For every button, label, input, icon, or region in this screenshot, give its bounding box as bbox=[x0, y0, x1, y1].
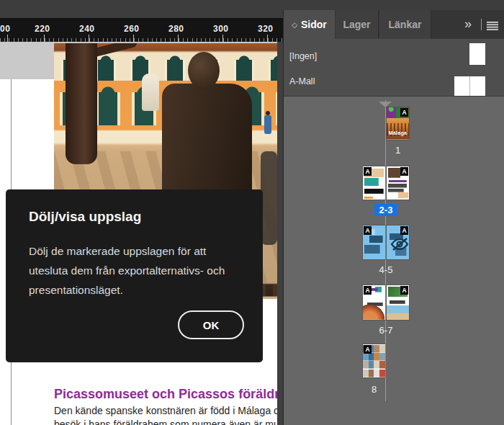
page-thumbnail[interactable]: A bbox=[363, 285, 385, 320]
panel-tab-bar: ◇ Sidor Lager Länkar » bbox=[284, 10, 504, 39]
master-badge: A bbox=[364, 167, 372, 176]
tab-label: Sidor bbox=[301, 19, 327, 30]
master-badge: A bbox=[400, 108, 408, 117]
collapse-panel-icon[interactable]: » bbox=[459, 16, 477, 33]
ruler-number: 240 bbox=[79, 24, 95, 34]
page-thumbnail[interactable]: A bbox=[387, 285, 409, 320]
master-badge: A bbox=[400, 226, 408, 235]
page-label[interactable]: 4-5 bbox=[363, 264, 409, 275]
page-thumbnail[interactable]: A bbox=[387, 166, 409, 200]
tab-label: Länkar bbox=[389, 19, 422, 30]
page-thumbnail[interactable]: A bbox=[363, 225, 385, 259]
picasso-statue-body bbox=[162, 84, 252, 206]
page-thumbnail[interactable]: AMálaga bbox=[387, 107, 409, 140]
hidden-spread-icon bbox=[390, 237, 409, 251]
article-body-line-1: Den kände spanske konstnären är född i M… bbox=[54, 405, 277, 416]
master-row-ingen[interactable]: [Ingen] bbox=[284, 41, 504, 67]
master-badge: A bbox=[364, 286, 372, 295]
page-thumbnail[interactable]: A bbox=[363, 166, 385, 200]
master-thumbnail-single[interactable] bbox=[469, 43, 485, 65]
tab-lager[interactable]: Lager bbox=[336, 10, 379, 39]
article-heading: Picassomuseet och Picassos föräldrahem bbox=[54, 387, 277, 402]
spine-line bbox=[385, 100, 386, 401]
ruler-number: 220 bbox=[35, 24, 50, 34]
ruler-number: 280 bbox=[168, 24, 184, 34]
cover-title: Málaga bbox=[387, 130, 409, 135]
tab-sidor[interactable]: ◇ Sidor bbox=[284, 10, 335, 39]
ruler-number: 300 bbox=[213, 24, 229, 34]
ruler-number: 260 bbox=[124, 24, 140, 34]
page-label[interactable]: 2-3 bbox=[363, 205, 409, 215]
hide-show-spreads-dialog: Dölj/visa uppslag Dölj de markerade upps… bbox=[6, 189, 263, 362]
article-body: Den kände spanske konstnären är född i M… bbox=[54, 404, 277, 425]
master-badge: A bbox=[364, 345, 372, 354]
ok-button[interactable]: OK bbox=[178, 310, 244, 339]
master-label: [Ingen] bbox=[289, 51, 317, 61]
tab-lankar[interactable]: Länkar bbox=[379, 10, 431, 39]
master-row-a-mall[interactable]: A-Mall bbox=[284, 66, 504, 95]
panel-menu-icon[interactable] bbox=[487, 20, 498, 29]
tree-trunk bbox=[66, 43, 97, 164]
master-badge: A bbox=[400, 167, 408, 176]
pages-area: AMálaga1AA2-3AA4-5AA6-7A8 bbox=[284, 97, 504, 425]
icon-separator bbox=[481, 19, 482, 30]
spread-indicator-arrow bbox=[379, 102, 392, 107]
horizontal-ruler[interactable]: 00220240260280300320 bbox=[0, 18, 283, 42]
masters-section: [Ingen] A-Mall bbox=[284, 39, 504, 96]
photo-shadow bbox=[261, 151, 277, 245]
article-body-line-2: besök i hans föräldrahem som numera även… bbox=[54, 419, 277, 425]
document-window-edge bbox=[277, 42, 283, 425]
tab-label: Lager bbox=[343, 19, 370, 30]
indesign-app: 00220240260280300320 Malaga cityguide - … bbox=[0, 0, 504, 425]
dialog-title: Dölj/visa uppslag bbox=[29, 209, 141, 225]
master-badge: A bbox=[364, 226, 372, 235]
ruler-number: 00 bbox=[0, 24, 10, 34]
panel-cycle-icon: ◇ bbox=[292, 21, 297, 29]
page-thumbnail[interactable]: A bbox=[387, 225, 409, 259]
master-label: A-Mall bbox=[289, 76, 315, 86]
ruler-number: 320 bbox=[258, 24, 274, 34]
dialog-body: Dölj de markerade uppslagen för att utes… bbox=[29, 241, 225, 300]
pages-panel: ◇ Sidor Lager Länkar » [Ingen] A-Mall bbox=[283, 10, 504, 425]
page-label[interactable]: 6-7 bbox=[363, 325, 409, 336]
white-sculpture bbox=[142, 73, 159, 111]
page-label[interactable]: 8 bbox=[363, 384, 385, 395]
picasso-statue-head bbox=[188, 52, 220, 89]
passerby-figure bbox=[264, 115, 271, 134]
page-thumbnail[interactable]: A bbox=[363, 344, 385, 377]
page-label[interactable]: 1 bbox=[387, 145, 409, 156]
master-badge: A bbox=[400, 286, 408, 295]
